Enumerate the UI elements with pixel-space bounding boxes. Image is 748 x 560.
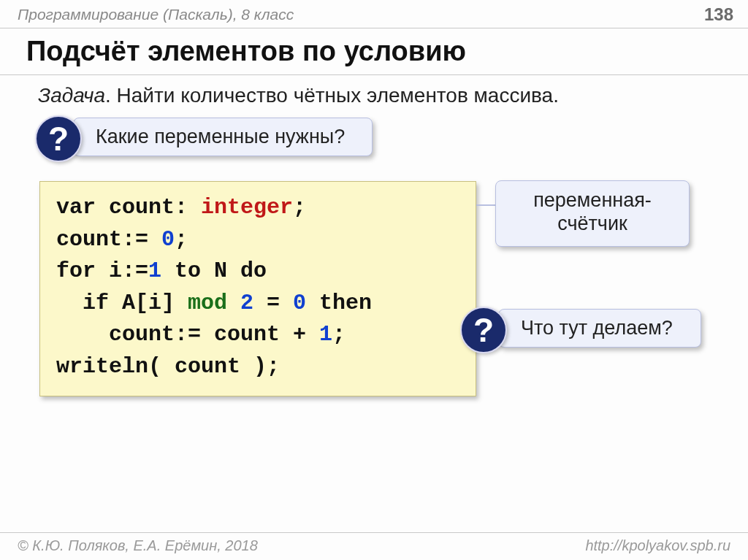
footer-url: http://kpolyakov.spb.ru: [585, 537, 730, 554]
question-bubble-2: Что тут делаем?: [498, 309, 701, 348]
question-icon: ?: [460, 307, 507, 353]
header-bar: Программирование (Паскаль), 8 класс 138: [0, 0, 748, 28]
copyright: © К.Ю. Поляков, Е.А. Ерёмин, 2018: [18, 537, 258, 554]
task-label: Задача: [38, 84, 105, 107]
connector-line: [476, 204, 497, 206]
footer-bar: © К.Ю. Поляков, Е.А. Ерёмин, 2018 http:/…: [0, 532, 748, 560]
code-line-6: writeln( count );: [56, 351, 459, 383]
course-label: Программирование (Паскаль), 8 класс: [18, 6, 294, 23]
task-text: . Найти количество чётных элементов масс…: [105, 84, 559, 107]
code-line-5: count:= count + 1;: [56, 319, 459, 351]
code-line-4: if A[i] mod 2 = 0 then: [56, 288, 459, 320]
code-line-1: var count: integer;: [56, 192, 459, 224]
page-title: Подсчёт элементов по условию: [0, 28, 748, 75]
code-block: var count: integer; count:= 0; for i:=1 …: [39, 181, 476, 396]
page-number: 138: [704, 4, 733, 25]
code-line-3: for i:=1 to N do: [56, 256, 459, 288]
task-line: Задача. Найти количество чётных элементо…: [0, 75, 748, 107]
callout-counter: переменная- счётчик: [495, 180, 690, 247]
question-bubble-1: Какие переменные нужны?: [73, 118, 373, 156]
code-line-2: count:= 0;: [56, 224, 459, 256]
question-icon: ?: [35, 115, 82, 162]
